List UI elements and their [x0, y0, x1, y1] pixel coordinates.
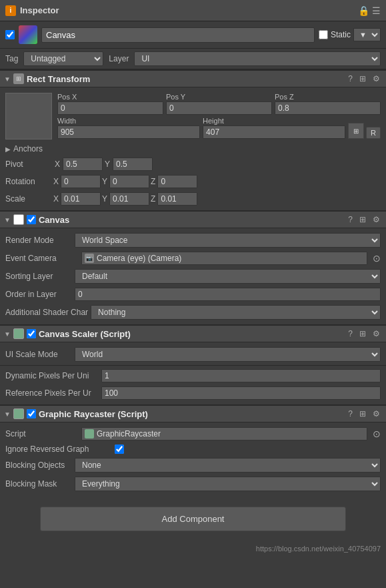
rotation-row: Rotation X Y Z	[0, 173, 386, 190]
canvas-header[interactable]: ▼ Canvas ? ⊞ ⚙	[0, 211, 386, 228]
canvas-enabled-checkbox[interactable]	[27, 215, 36, 224]
scale-z-input[interactable]	[157, 192, 197, 206]
event-camera-row: Event Camera 📷 Camera (eye) (Camera) ⊙	[0, 250, 386, 267]
rect-transform-header[interactable]: ▼ ⊞ Rect Transform ? ⊞ ⚙	[0, 70, 386, 87]
pos-x-label: Pos X	[57, 93, 163, 101]
rot-x-input[interactable]	[61, 175, 101, 188]
rect-transform-icon: ⊞	[13, 73, 24, 84]
canvas-scaler-header[interactable]: ▼ Canvas Scaler (Script) ? ⊞ ⚙	[0, 325, 386, 342]
footer: https://blog.csdn.net/weixin_40754097	[0, 542, 386, 555]
pos-z-input[interactable]	[275, 101, 381, 115]
object-enabled-checkbox[interactable]	[5, 30, 15, 39]
script-value: GraphicRaycaster	[81, 427, 367, 440]
anchors-toggle-icon: ▶	[5, 145, 11, 153]
blocking-objects-label: Blocking Objects	[5, 461, 72, 470]
object-name-input[interactable]	[41, 27, 315, 43]
add-component-area: Add Component	[0, 496, 386, 542]
lock-icon[interactable]: 🔒	[358, 5, 369, 16]
graphic-raycaster-actions: ? ⊞ ⚙	[346, 408, 382, 419]
r-button[interactable]: R	[366, 127, 381, 139]
render-mode-select[interactable]: World Space	[75, 233, 381, 248]
sorting-layer-row: Sorting Layer Default	[0, 267, 386, 286]
sorting-layer-select[interactable]: Default	[75, 269, 381, 284]
ignore-reversed-label: Ignore Reversed Graph	[5, 445, 112, 454]
object-header: Static ▼	[0, 21, 386, 49]
title-bar: i Inspector 🔒 ☰	[0, 0, 386, 21]
pos-x-group: Pos X	[57, 93, 163, 115]
scaler-settings1-btn[interactable]: ⊞	[357, 328, 368, 339]
ui-scale-mode-select[interactable]: World	[75, 347, 381, 362]
canvas-section: ▼ Canvas ? ⊞ ⚙ Render Mode World Space E…	[0, 210, 386, 324]
layer-select[interactable]: UI	[134, 51, 381, 66]
reference-pixels-input[interactable]	[101, 386, 381, 400]
graphic-raycaster-body: Script GraphicRaycaster ⊙ Ignore Reverse…	[0, 422, 386, 496]
add-component-button[interactable]: Add Component	[40, 507, 346, 531]
rot-y-key: Y	[102, 177, 107, 186]
graphic-raycaster-header[interactable]: ▼ Graphic Raycaster (Script) ? ⊞ ⚙	[0, 405, 386, 422]
rect-preview	[5, 93, 52, 139]
dynamic-pixels-row: Dynamic Pixels Per Uni	[0, 367, 386, 384]
pos-y-input[interactable]	[166, 101, 272, 115]
pivot-y-input[interactable]	[113, 158, 153, 171]
raycaster-help-btn[interactable]: ?	[346, 408, 355, 419]
event-camera-label: Event Camera	[5, 254, 79, 263]
blocking-mask-row: Blocking Mask Everything	[0, 475, 386, 493]
object-color-icon	[19, 25, 37, 44]
order-in-layer-input[interactable]	[75, 288, 381, 301]
canvas-settings1-btn[interactable]: ⊞	[357, 214, 368, 225]
rotation-label: Rotation	[5, 177, 52, 186]
scale-x-input[interactable]	[61, 192, 101, 206]
rect-help-btn[interactable]: ?	[346, 73, 355, 84]
event-camera-settings-icon[interactable]: ⊙	[373, 253, 381, 264]
height-label: Height	[203, 117, 345, 125]
rot-z-input[interactable]	[157, 175, 197, 188]
graphic-raycaster-enabled-checkbox[interactable]	[27, 409, 36, 418]
anchors-row[interactable]: ▶ Anchors	[0, 142, 386, 156]
canvas-help-btn[interactable]: ?	[346, 214, 355, 225]
width-input[interactable]	[57, 125, 200, 139]
pivot-x-input[interactable]	[63, 158, 103, 171]
canvas-title: Canvas	[39, 215, 343, 225]
dynamic-pixels-input[interactable]	[101, 369, 381, 382]
rect-settings1-btn[interactable]: ⊞	[357, 73, 368, 84]
pivot-row: Pivot X Y	[0, 156, 386, 173]
height-input[interactable]	[203, 125, 345, 139]
rect-settings2-btn[interactable]: ⚙	[371, 73, 382, 84]
ignore-reversed-checkbox[interactable]	[115, 445, 124, 454]
blocking-objects-select[interactable]: None	[75, 458, 381, 473]
menu-icon[interactable]: ☰	[372, 5, 381, 16]
canvas-scaler-icon	[13, 328, 24, 339]
title-bar-label: Inspector	[20, 5, 59, 15]
pos-x-input[interactable]	[57, 101, 163, 115]
tag-layer-row: Tag Untagged Layer UI	[0, 49, 386, 69]
canvas-scaler-toggle: ▼	[4, 330, 11, 338]
event-camera-value: 📷 Camera (eye) (Camera)	[81, 252, 367, 265]
canvas-body: Render Mode World Space Event Camera 📷 C…	[0, 228, 386, 324]
blocking-mask-label: Blocking Mask	[5, 479, 72, 489]
rot-y-input[interactable]	[109, 175, 149, 188]
scaler-settings2-btn[interactable]: ⚙	[371, 328, 382, 339]
script-row: Script GraphicRaycaster ⊙	[0, 425, 386, 443]
height-group: Height	[203, 117, 345, 139]
script-settings-icon[interactable]: ⊙	[373, 428, 381, 439]
anchor-btn[interactable]: ⊞	[348, 123, 364, 139]
tag-select[interactable]: Untagged	[23, 51, 103, 66]
blocking-mask-select[interactable]: Everything	[75, 477, 381, 491]
blocking-objects-row: Blocking Objects None	[0, 456, 386, 475]
rect-transform-section: ▼ ⊞ Rect Transform ? ⊞ ⚙ Pos X Pos Y	[0, 69, 386, 210]
scaler-help-btn[interactable]: ?	[346, 328, 355, 339]
canvas-scaler-enabled-checkbox[interactable]	[27, 329, 36, 338]
static-dropdown[interactable]: ▼	[353, 28, 381, 41]
scale-y-input[interactable]	[109, 192, 149, 206]
canvas-settings2-btn[interactable]: ⚙	[371, 214, 382, 225]
ui-scale-mode-row: UI Scale Mode World	[0, 345, 386, 364]
rect-fields: Pos X Pos Y Pos Z Width	[57, 93, 381, 139]
raycaster-settings1-btn[interactable]: ⊞	[357, 408, 368, 419]
raycaster-settings2-btn[interactable]: ⚙	[371, 408, 382, 419]
pivot-x-key: X	[55, 160, 60, 169]
rect-transform-container: Pos X Pos Y Pos Z Width	[0, 90, 386, 142]
additional-shader-label: Additional Shader Char	[5, 308, 88, 317]
static-checkbox[interactable]	[319, 30, 328, 39]
additional-shader-select[interactable]: Nothing	[91, 305, 381, 320]
ui-scale-mode-label: UI Scale Mode	[5, 350, 72, 359]
